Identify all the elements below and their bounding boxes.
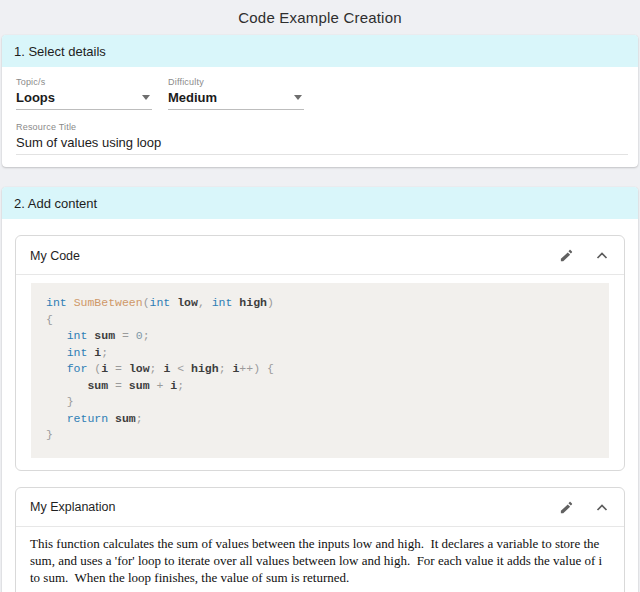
collapse-code-button[interactable] [594, 249, 610, 262]
my-explanation-title: My Explanation [30, 500, 557, 514]
collapse-explanation-button[interactable] [594, 501, 610, 514]
topic-select[interactable]: Topic/s Loops [16, 77, 152, 110]
my-code-title: My Code [30, 249, 557, 263]
add-content-body: My Code int SumBetween(int low, int high… [2, 219, 638, 592]
code-block: int SumBetween(int low, int high){ int s… [31, 283, 609, 458]
add-content-card: 2. Add content My Code int SumBetween(in… [2, 187, 638, 592]
chevron-up-icon [596, 500, 608, 515]
explanation-text: This function calculates the sum of valu… [16, 527, 624, 592]
edit-explanation-button[interactable] [557, 498, 576, 517]
resource-title-label: Resource Title [16, 122, 628, 132]
select-details-card: 1. Select details Topic/s Loops Difficul… [2, 35, 638, 167]
chevron-up-icon [596, 248, 608, 263]
topic-value: Loops [16, 90, 55, 105]
my-code-body: int SumBetween(int low, int high){ int s… [16, 275, 624, 470]
my-code-panel: My Code int SumBetween(int low, int high… [15, 235, 625, 471]
my-explanation-panel: My Explanation This function calculates … [15, 487, 625, 592]
difficulty-select[interactable]: Difficulty Medium [168, 77, 304, 110]
resource-title-input[interactable]: Resource Title Sum of values using loop [16, 122, 628, 155]
difficulty-value: Medium [168, 90, 217, 105]
page-title: Code Example Creation [0, 0, 640, 26]
my-code-header: My Code [16, 236, 624, 275]
edit-code-button[interactable] [557, 246, 576, 265]
pencil-icon [559, 503, 574, 518]
resource-title-value: Sum of values using loop [16, 135, 161, 150]
caret-down-icon[interactable] [142, 95, 150, 100]
topic-label: Topic/s [16, 77, 152, 87]
my-explanation-header: My Explanation [16, 488, 624, 527]
section-header-add-content: 2. Add content [2, 187, 638, 219]
pencil-icon [559, 251, 574, 266]
select-details-body: Topic/s Loops Difficulty Medium Resource… [2, 67, 638, 167]
caret-down-icon[interactable] [294, 95, 302, 100]
section-header-select-details: 1. Select details [2, 35, 638, 67]
difficulty-label: Difficulty [168, 77, 304, 87]
